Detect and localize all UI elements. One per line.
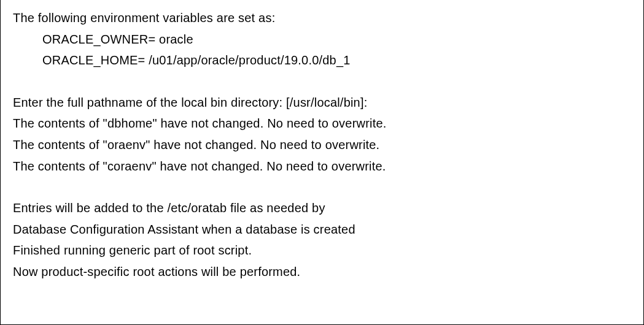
output-line: Enter the full pathname of the local bin…	[13, 92, 631, 113]
terminal-output-box: The following environment variables are …	[0, 0, 644, 325]
output-line: The contents of "coraenv" have not chang…	[13, 156, 631, 177]
output-line: ORACLE_OWNER= oracle	[13, 29, 631, 50]
blank-line	[13, 71, 631, 92]
output-line: Entries will be added to the /etc/oratab…	[13, 197, 631, 219]
output-line: ORACLE_HOME= /u01/app/oracle/product/19.…	[13, 50, 631, 71]
output-line: Now product-specific root actions will b…	[13, 261, 631, 283]
output-line: The contents of "oraenv" have not change…	[13, 134, 631, 156]
output-line: The following environment variables are …	[13, 7, 631, 29]
blank-line	[13, 177, 631, 197]
output-line: Finished running generic part of root sc…	[13, 240, 631, 261]
output-line: Database Configuration Assistant when a …	[13, 219, 631, 240]
output-line: The contents of "dbhome" have not change…	[13, 113, 631, 134]
